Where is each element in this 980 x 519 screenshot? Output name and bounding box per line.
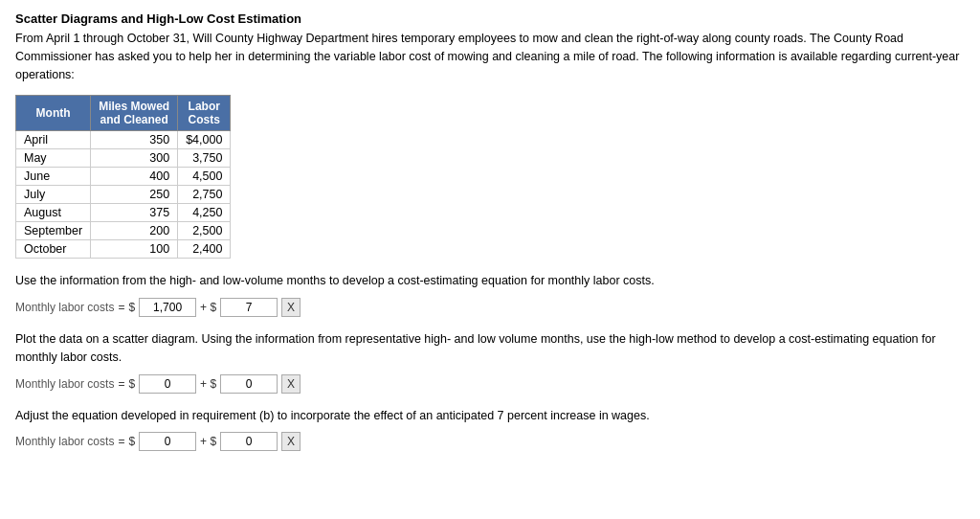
table-row: July2502,750 bbox=[16, 186, 231, 204]
col-labor: LaborCosts bbox=[178, 96, 231, 131]
section-b-fixed-cost[interactable] bbox=[139, 374, 196, 394]
section-a-equation: Monthly labor costs = $ + $ X bbox=[15, 298, 965, 317]
section-c-plus: + $ bbox=[200, 435, 216, 448]
section-a-text: Use the information from the high- and l… bbox=[15, 272, 963, 290]
section-c-label: Monthly labor costs bbox=[15, 435, 114, 448]
cell-cost: 4,500 bbox=[178, 168, 231, 186]
page-title: Scatter Diagrams and High-Low Cost Estim… bbox=[15, 11, 965, 26]
section-a-eq-sign: = bbox=[118, 301, 124, 314]
section-a-x: X bbox=[281, 298, 301, 317]
section-b-label: Monthly labor costs bbox=[15, 377, 114, 391]
section-c-eq-sign: = bbox=[118, 435, 124, 448]
section-c-dollar1: $ bbox=[128, 435, 135, 448]
cell-miles: 200 bbox=[91, 222, 178, 240]
section-c-equation: Monthly labor costs = $ + $ X bbox=[15, 432, 965, 451]
cell-month: June bbox=[16, 168, 91, 186]
section-c-text: Adjust the equation developed in require… bbox=[15, 407, 963, 425]
cell-miles: 100 bbox=[91, 240, 178, 259]
cell-cost: 2,500 bbox=[178, 222, 231, 240]
cell-cost: 2,400 bbox=[178, 240, 231, 259]
section-a-variable-cost[interactable] bbox=[220, 298, 278, 317]
cell-miles: 250 bbox=[91, 186, 178, 204]
section-b-equation: Monthly labor costs = $ + $ X bbox=[15, 374, 965, 394]
cell-month: September bbox=[16, 222, 91, 240]
section-b-dollar1: $ bbox=[128, 377, 135, 391]
cell-cost: 2,750 bbox=[178, 186, 231, 204]
cell-miles: 375 bbox=[91, 204, 178, 222]
section-b-text: Plot the data on a scatter diagram. Usin… bbox=[15, 330, 963, 367]
section-b-eq-sign: = bbox=[118, 377, 124, 391]
section-c-x: X bbox=[281, 432, 301, 451]
col-miles: Miles Mowedand Cleaned bbox=[91, 96, 178, 131]
cell-month: August bbox=[16, 204, 91, 222]
cell-miles: 400 bbox=[91, 168, 178, 186]
table-row: October1002,400 bbox=[16, 240, 231, 259]
cell-month: April bbox=[16, 131, 91, 149]
section-b-x: X bbox=[281, 374, 301, 394]
cell-miles: 300 bbox=[91, 149, 178, 168]
section-b-variable-cost[interactable] bbox=[220, 374, 278, 394]
cell-month: July bbox=[16, 186, 91, 204]
table-row: May3003,750 bbox=[16, 149, 231, 168]
table-row: September2002,500 bbox=[16, 222, 231, 240]
cell-cost: 3,750 bbox=[178, 149, 231, 168]
section-b-plus: + $ bbox=[200, 377, 216, 391]
cell-cost: $4,000 bbox=[178, 131, 231, 149]
table-row: April350$4,000 bbox=[16, 131, 231, 149]
section-c-fixed-cost[interactable] bbox=[139, 432, 196, 451]
table-row: August3754,250 bbox=[16, 204, 231, 222]
section-a-fixed-cost[interactable] bbox=[139, 298, 196, 317]
cell-cost: 4,250 bbox=[178, 204, 231, 222]
section-c-variable-cost[interactable] bbox=[220, 432, 278, 451]
description: From April 1 through October 31, Will Co… bbox=[15, 30, 963, 83]
section-a-plus: + $ bbox=[200, 301, 216, 314]
cell-month: October bbox=[16, 240, 91, 259]
data-table: Month Miles Mowedand Cleaned LaborCosts … bbox=[15, 95, 231, 259]
section-a-label: Monthly labor costs bbox=[15, 301, 114, 314]
section-a-dollar1: $ bbox=[128, 301, 135, 314]
cell-month: May bbox=[16, 149, 91, 168]
col-month: Month bbox=[16, 96, 91, 131]
cell-miles: 350 bbox=[91, 131, 178, 149]
table-row: June4004,500 bbox=[16, 168, 231, 186]
